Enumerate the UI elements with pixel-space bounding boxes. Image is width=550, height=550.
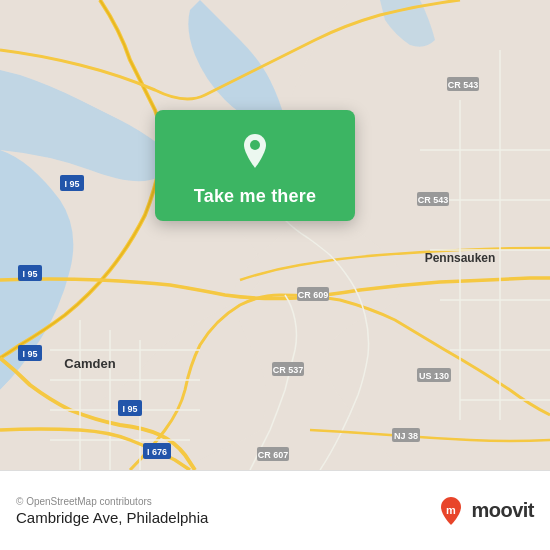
svg-text:I 95: I 95 <box>22 269 37 279</box>
svg-text:CR 543: CR 543 <box>418 195 449 205</box>
svg-text:US 130: US 130 <box>419 371 449 381</box>
svg-point-42 <box>250 140 260 150</box>
map-container: I 95 I 95 I 95 I 95 I 676 CR 543 CR 543 … <box>0 0 550 470</box>
take-me-there-button[interactable]: Take me there <box>194 186 316 207</box>
svg-text:I 95: I 95 <box>22 349 37 359</box>
moovit-icon: m <box>435 495 467 527</box>
bottom-bar: © OpenStreetMap contributors Cambridge A… <box>0 470 550 550</box>
svg-text:CR 609: CR 609 <box>298 290 329 300</box>
moovit-text: moovit <box>471 499 534 522</box>
svg-text:Camden: Camden <box>64 356 115 371</box>
moovit-logo: m moovit <box>435 495 534 527</box>
location-pin-icon <box>231 128 279 176</box>
svg-text:CR 543: CR 543 <box>448 80 479 90</box>
svg-text:NJ 38: NJ 38 <box>394 431 418 441</box>
svg-text:CR 537: CR 537 <box>273 365 304 375</box>
svg-text:Pennsauken: Pennsauken <box>425 251 496 265</box>
take-me-there-card[interactable]: Take me there <box>155 110 355 221</box>
svg-text:CR 607: CR 607 <box>258 450 289 460</box>
location-name: Cambridge Ave, Philadelphia <box>16 509 208 526</box>
svg-text:I 95: I 95 <box>122 404 137 414</box>
svg-text:I 95: I 95 <box>64 179 79 189</box>
svg-text:m: m <box>447 504 457 516</box>
location-info: © OpenStreetMap contributors Cambridge A… <box>16 496 208 526</box>
osm-attribution: © OpenStreetMap contributors <box>16 496 208 507</box>
svg-text:I 676: I 676 <box>147 447 167 457</box>
